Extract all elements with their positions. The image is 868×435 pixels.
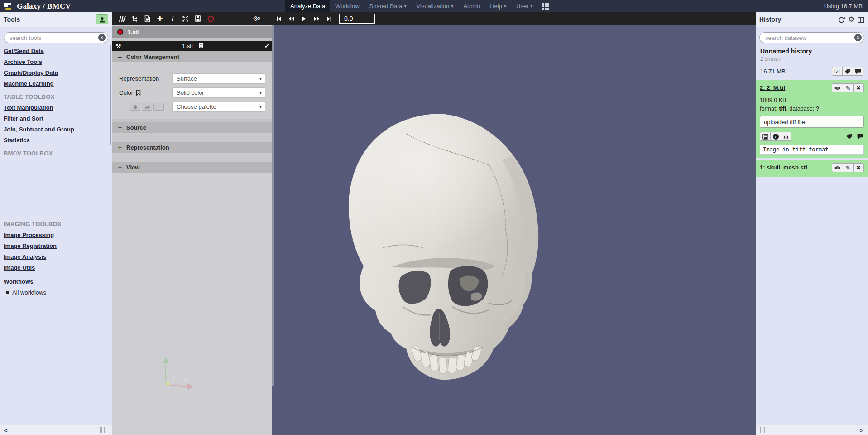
dataset-database[interactable]: ? <box>816 106 820 112</box>
skip-start-icon[interactable] <box>272 12 285 25</box>
tool-section-text-manipulation[interactable]: Text Manipulation <box>4 104 108 111</box>
tab-admin[interactable]: Admin <box>458 0 485 12</box>
tab-analyze-data[interactable]: Analyze Data <box>285 0 330 12</box>
tool-section-image-processing[interactable]: Image Processing <box>4 232 108 238</box>
fullscreen-expand-icon[interactable] <box>179 12 192 25</box>
resize-grip-icon[interactable] <box>760 427 767 433</box>
settings-gears-icon[interactable]: ⚙⚙ <box>249 12 262 25</box>
tool-section-statistics[interactable]: Statistics <box>4 137 108 144</box>
dataset-info-field[interactable] <box>760 145 864 155</box>
dataset-info-button[interactable]: i <box>770 132 781 141</box>
section-source[interactable]: − Source <box>112 122 274 133</box>
tool-search-input[interactable] <box>4 32 108 43</box>
representation-select[interactable]: Surface ▾ <box>173 74 265 83</box>
tool-section-archive-tools[interactable]: Archive Tools <box>4 58 108 65</box>
config-scrollbar[interactable] <box>272 25 274 435</box>
info-icon[interactable]: i <box>166 12 179 25</box>
visualize-chart-button[interactable] <box>781 132 791 141</box>
collapse-icon: − <box>117 124 123 131</box>
edit-pencil-button[interactable]: ✎ <box>843 163 854 172</box>
workflow-tree-icon[interactable] <box>128 12 141 25</box>
dataset-title[interactable]: 1: skull_mesh.stl <box>760 163 807 171</box>
refresh-icon[interactable] <box>838 16 845 23</box>
section-representation[interactable]: + Representation <box>112 142 274 153</box>
history-options-gear-icon[interactable]: ⚙ <box>848 16 854 23</box>
check-icon[interactable]: ✔ <box>264 43 269 49</box>
file-icon[interactable] <box>141 12 153 25</box>
dataset-comment-icon[interactable] <box>857 133 864 140</box>
trash-icon[interactable] <box>198 42 204 50</box>
galaxy-brand[interactable]: Galaxy / BMCV <box>0 2 71 11</box>
delete-button[interactable]: ✖ <box>853 83 864 92</box>
resize-grip-icon[interactable] <box>100 427 106 433</box>
clear-search-icon[interactable]: ✕ <box>98 34 106 41</box>
collapse-left-panel-icon[interactable]: < <box>0 427 11 434</box>
tab-workflow[interactable]: Workflow <box>330 0 364 12</box>
histogram-button[interactable] <box>142 103 152 111</box>
tools-scrollbar[interactable] <box>110 45 111 145</box>
rewind-icon[interactable] <box>285 12 297 25</box>
tab-user[interactable]: User▾ <box>511 0 537 12</box>
add-icon[interactable]: ✚ <box>153 12 166 25</box>
skull-3d-render[interactable] <box>339 111 543 383</box>
tools-panel-body: ✕ Get/Send Data Archive Tools Graph/Disp… <box>0 27 112 425</box>
dataset-buttons: ✎ ✖ <box>832 83 864 92</box>
time-input[interactable]: 0.0 <box>339 14 375 24</box>
display-eye-button[interactable] <box>832 83 843 92</box>
tool-section-image-registration[interactable]: Image Registration <box>4 242 108 249</box>
dataset-title[interactable]: 2: 2_M.tif <box>760 83 785 91</box>
save-icon[interactable] <box>192 12 204 25</box>
range-button[interactable]: -- <box>153 103 164 111</box>
edit-pencil-button[interactable]: ✎ <box>843 83 854 92</box>
layer-name: 1.stl <box>182 43 193 49</box>
play-icon[interactable] <box>297 12 310 25</box>
multi-history-columns-icon[interactable] <box>858 17 864 23</box>
palette-select[interactable]: Choose palette ▾ <box>173 102 265 111</box>
display-eye-button[interactable] <box>832 163 843 172</box>
history-tags-button[interactable] <box>842 67 853 76</box>
tool-section-image-utils[interactable]: Image Utils <box>4 264 108 271</box>
timer-clock-icon[interactable] <box>204 12 217 25</box>
all-workflows-item[interactable]: All workflows <box>6 289 108 296</box>
dataset-annotation: uploaded tiff file <box>760 116 864 128</box>
history-annotation-button[interactable] <box>853 67 863 76</box>
clear-search-icon[interactable]: ✕ <box>854 34 862 41</box>
tool-section-graph-display-data[interactable]: Graph/Display Data <box>4 69 108 76</box>
caret-down-icon: ▾ <box>404 4 407 9</box>
tool-section-machine-learning[interactable]: Machine Learning <box>4 80 108 87</box>
layer-badge-row[interactable]: 1.stl <box>112 26 274 38</box>
tool-section-join-subtract-group[interactable]: Join, Subtract and Group <box>4 126 108 133</box>
select-items-button[interactable]: ☑ <box>832 67 843 76</box>
orientation-axes-widget: Z X Y <box>160 356 199 391</box>
tool-section-image-analysis[interactable]: Image Analysis <box>4 253 108 260</box>
section-color-management[interactable]: − Color Management <box>112 51 274 62</box>
history-name[interactable]: Unnamed history <box>760 48 863 55</box>
tools-wrench-icon[interactable]: ⚒ <box>115 43 121 50</box>
fast-forward-icon[interactable] <box>310 12 323 25</box>
tab-shared-data[interactable]: Shared Data▾ <box>364 0 412 12</box>
delete-button[interactable]: ✖ <box>853 163 864 172</box>
dataset-card[interactable]: 1: skull_mesh.stl ✎ ✖ <box>756 160 868 177</box>
download-save-button[interactable] <box>760 132 771 141</box>
collapse-right-panel-icon[interactable]: > <box>856 427 867 434</box>
tab-visualization[interactable]: Visualization▾ <box>412 0 459 12</box>
dataset-card[interactable]: 2: 2_M.tif ✎ ✖ 1009.0 KB format: tiff, d… <box>756 80 868 158</box>
tools-panel: Tools ✕ Get/Send Data Archive Tools Grap… <box>0 12 112 435</box>
bmcv-toolbox-header: BMCV TOOLBOX <box>4 150 108 157</box>
droplet-button[interactable] <box>130 103 140 111</box>
disk-usage: Using 16.7 MB <box>824 0 863 12</box>
axis-z-label: Z <box>169 356 173 363</box>
color-select[interactable]: Solid color ▾ <box>173 88 265 97</box>
section-view[interactable]: + View <box>112 162 274 173</box>
tool-section-get-send-data[interactable]: Get/Send Data <box>4 48 108 54</box>
tools-panel-footer: < <box>0 425 112 435</box>
dataset-search-input[interactable] <box>759 32 864 43</box>
tool-section-filter-and-sort[interactable]: Filter and Sort <box>4 115 108 122</box>
dataset-tags-icon[interactable] <box>846 133 853 140</box>
record-dot-icon <box>117 29 123 35</box>
windows-grid-icon[interactable] <box>542 3 549 10</box>
charts-icon[interactable] <box>115 12 128 25</box>
upload-button[interactable] <box>96 14 108 24</box>
tab-help[interactable]: Help▾ <box>485 0 511 12</box>
skip-end-icon[interactable] <box>323 12 336 25</box>
